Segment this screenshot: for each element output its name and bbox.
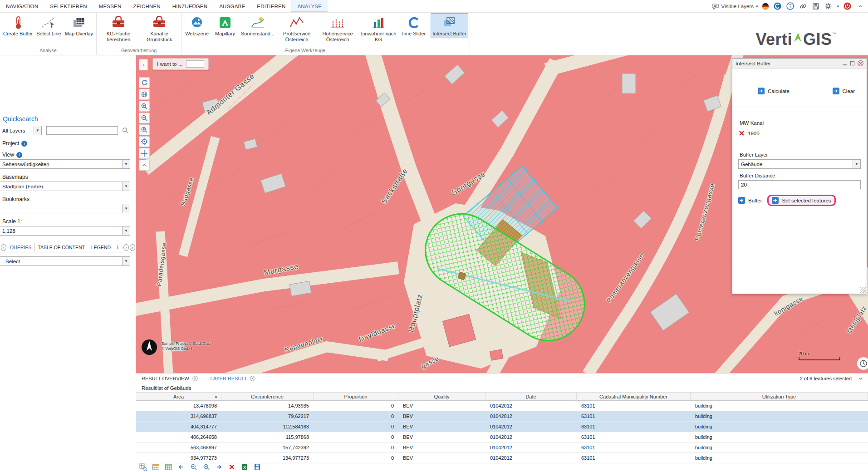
tabs-more-icon[interactable]: » <box>130 244 135 251</box>
compass-icon[interactable] <box>141 339 158 356</box>
table-row[interactable]: 563,468897157,7423920BEV0104201263101bui… <box>136 442 868 453</box>
menu-tab-selektieren[interactable]: SELEKTIEREN <box>44 0 93 12</box>
i-want-to-widget[interactable]: I want to ... <box>152 58 209 70</box>
tabs-scroll-right-icon[interactable]: › <box>123 244 129 251</box>
buffer-layer-select[interactable]: Gebäude ▼ <box>738 159 861 169</box>
i-want-to-input[interactable] <box>186 60 204 68</box>
menu-tab-editieren[interactable]: EDITIEREN <box>251 0 291 12</box>
menu-tab-messen[interactable]: MESSEN <box>93 0 128 12</box>
menu-tab-navigation[interactable]: NAVIGATION <box>0 0 44 12</box>
visible-layers-control[interactable]: Visible Layers ▾ <box>712 3 758 10</box>
hoehenservice-button[interactable]: Höhenservice Österreich <box>317 13 358 44</box>
panel-resize-grip[interactable] <box>860 287 866 293</box>
search-icon[interactable] <box>122 127 129 134</box>
time-clock-icon[interactable] <box>857 357 868 370</box>
tab-layer-result[interactable]: LAYER RESULT <box>211 376 256 381</box>
tab-result-overview[interactable]: RESULT OVERVIEW <box>142 376 198 381</box>
column-header-circumference[interactable]: Circumference <box>221 393 314 400</box>
tab-table-of-content[interactable]: TABLE OF CONTENT <box>34 243 88 252</box>
column-header-quality[interactable]: Quality <box>398 393 485 400</box>
bookmarks-select[interactable]: ▼ <box>0 204 130 213</box>
table-row[interactable]: 13,47809814,939350BEV0104201263101buildi… <box>136 401 868 411</box>
search-input[interactable] <box>46 126 118 135</box>
column-header-municipality[interactable]: Cadastral Municipality Number <box>577 393 691 400</box>
close-icon[interactable] <box>250 376 255 381</box>
zoom-in-results-icon[interactable] <box>202 463 211 472</box>
overview-map-icon[interactable] <box>139 89 150 100</box>
menu-tab-zeichnen[interactable]: ZEICHNEN <box>127 0 166 12</box>
einwohner-button[interactable]: Einwohner nach KG <box>358 13 399 44</box>
scale-select[interactable]: 1,128 ▼ <box>0 226 130 236</box>
select-line-button[interactable]: Select Line <box>34 13 63 38</box>
calculate-button[interactable]: Calculate <box>758 88 790 94</box>
tab-queries[interactable]: QUERIES <box>7 243 34 252</box>
mapillary-button[interactable]: Mapillary <box>211 13 239 38</box>
zoom-window-icon[interactable] <box>139 124 150 135</box>
collapse-sidebar-icon[interactable]: ‹ <box>139 59 148 70</box>
table-row[interactable]: 404,314777112,5841630BEV0104201263101bui… <box>136 422 868 432</box>
panel-titlebar[interactable]: Intersect Buffer <box>732 59 867 69</box>
maximize-icon[interactable] <box>850 61 855 66</box>
german-flag-icon[interactable] <box>762 3 769 10</box>
geocortex-logo-icon[interactable] <box>773 2 782 10</box>
settings-chevron-icon[interactable]: ▾ <box>837 4 839 9</box>
zoom-to-result-icon[interactable] <box>138 463 147 472</box>
export-table-icon[interactable] <box>164 463 173 472</box>
table-row[interactable]: 934,977273134,9772730BEV0104201263101bui… <box>136 453 868 463</box>
table-row[interactable]: 314,69683779,622170BEV0104201263101build… <box>136 411 868 422</box>
save-result-icon[interactable] <box>253 463 262 472</box>
time-slider-button[interactable]: Time Slider <box>399 13 427 38</box>
menu-tab-analyse[interactable]: ANALYSE <box>291 0 328 12</box>
buffer-button[interactable]: Buffer <box>738 197 762 204</box>
column-header-proportion[interactable]: Proportion <box>314 393 398 400</box>
collapse-ribbon-icon[interactable] <box>856 2 864 10</box>
save-icon[interactable] <box>811 2 820 10</box>
minimize-icon[interactable] <box>842 61 847 66</box>
column-header-utilization[interactable]: Utilization Type <box>691 393 868 400</box>
query-select[interactable]: - Select - ▼ <box>0 256 130 266</box>
collapse-toolbar-icon[interactable] <box>139 160 150 171</box>
column-header-area[interactable]: Area▲ <box>136 393 221 400</box>
tabs-scroll-left-icon[interactable]: ‹ <box>1 244 6 251</box>
remove-feature-x-icon[interactable] <box>739 130 745 136</box>
map-overlay-button[interactable]: Map Overlay <box>63 13 95 38</box>
kanal-je-grundstueck-button[interactable]: Kanal je Grundstück <box>139 13 180 44</box>
help-icon[interactable]: ? <box>786 2 794 10</box>
info-icon[interactable]: i <box>21 141 27 147</box>
open-table-icon[interactable] <box>151 463 160 472</box>
close-icon[interactable] <box>192 376 198 381</box>
menu-tab-ausgabe[interactable]: AUSGABE <box>213 0 251 12</box>
zoom-in-icon[interactable] <box>139 101 150 112</box>
source-feature-row[interactable]: 1900 <box>739 130 760 136</box>
settings-gear-icon[interactable] <box>824 2 833 10</box>
tab-truncated[interactable]: L <box>114 243 123 252</box>
reset-north-icon[interactable] <box>139 77 150 88</box>
zoom-out-icon[interactable] <box>139 113 150 123</box>
sign-out-icon[interactable] <box>843 2 852 10</box>
quicksearch-link[interactable]: Quicksearch <box>3 115 136 123</box>
remove-result-icon[interactable] <box>227 463 236 472</box>
next-record-icon[interactable] <box>215 463 224 472</box>
zoom-out-results-icon[interactable] <box>189 463 198 472</box>
create-buffer-button[interactable]: Create Buffer <box>1 13 34 38</box>
layer-scope-select[interactable]: All Layers ▼ <box>0 126 42 135</box>
pan-icon[interactable] <box>139 148 150 159</box>
webszene-button[interactable]: Webszene <box>183 13 211 38</box>
link-icon[interactable] <box>799 2 807 10</box>
column-header-date[interactable]: Date <box>485 393 577 400</box>
set-selected-features-button[interactable]: Set selected features <box>772 197 831 204</box>
view-select[interactable]: Sehenswürdigkeiten ▼ <box>0 159 130 169</box>
collapse-results-icon[interactable] <box>858 375 864 382</box>
profilservice-button[interactable]: Profilservice Österreich <box>276 13 317 44</box>
table-row[interactable]: 406,264658115,978680BEV0104201263101buil… <box>136 432 868 442</box>
info-icon[interactable]: i <box>16 152 22 158</box>
locate-icon[interactable] <box>139 136 150 147</box>
close-icon[interactable] <box>858 60 863 66</box>
clear-button[interactable]: Clear <box>833 88 855 94</box>
kg-flaeche-button[interactable]: KG-Fläche berechnen <box>98 13 139 44</box>
menu-tab-hinzufuegen[interactable]: HINZUFÜGEN <box>167 0 213 12</box>
previous-record-icon[interactable] <box>177 463 186 472</box>
buffer-distance-input[interactable] <box>738 180 861 189</box>
tab-legend[interactable]: LEGEND <box>88 243 114 252</box>
basemap-select[interactable]: Stadtplan (Farbe) ▼ <box>0 182 130 191</box>
